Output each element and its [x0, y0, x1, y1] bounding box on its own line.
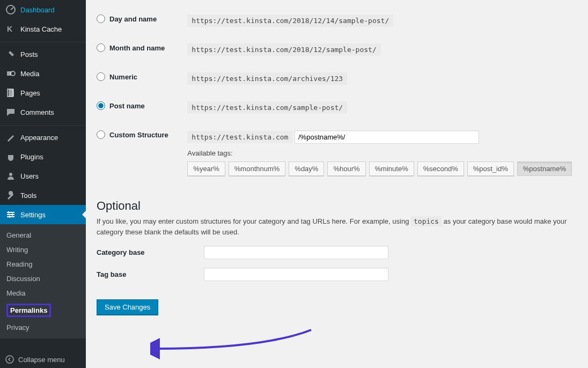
dashboard-icon [5, 4, 16, 15]
sidebar-item-dashboard[interactable]: Dashboard [0, 0, 86, 19]
svg-rect-11 [8, 211, 9, 214]
sidebar-item-label: Settings [20, 211, 46, 219]
available-tags: %year% %monthnum% %day% %hour% %minute% … [187, 161, 572, 176]
category-base-input[interactable] [204, 246, 388, 259]
radio-month-and-name[interactable]: Month and name [97, 43, 165, 52]
users-icon [5, 171, 16, 181]
sidebar-item-appearance[interactable]: Appearance [0, 125, 86, 147]
sidebar-item-label: Comments [20, 108, 54, 116]
tag-post-id[interactable]: %post_id% [467, 161, 514, 176]
permalink-example-post-name: https://test.kinsta.com/sample-post/ [187, 101, 347, 114]
collapse-menu-label: Collapse menu [18, 356, 65, 364]
comments-icon [5, 107, 16, 117]
settings-content: Day and name https://test.kinsta.com/201… [86, 0, 588, 368]
save-changes-button[interactable]: Save Changes [97, 299, 158, 315]
tag-base-label: Tag base [97, 270, 204, 278]
svg-rect-10 [7, 216, 14, 217]
tag-day[interactable]: %day% [289, 161, 324, 176]
svg-rect-13 [9, 216, 10, 218]
svg-point-14 [6, 356, 13, 363]
submenu-item-permalinks[interactable]: Permalinks [0, 300, 86, 320]
sidebar-item-media[interactable]: Media [0, 64, 86, 83]
admin-sidebar: Dashboard KKinsta Cache Posts Media Page… [0, 0, 86, 368]
sidebar-item-comments[interactable]: Comments [0, 102, 86, 122]
sidebar-item-label: Posts [20, 50, 38, 58]
sidebar-item-label: Pages [20, 89, 40, 97]
tag-year[interactable]: %year% [187, 161, 225, 176]
radio-custom-structure[interactable]: Custom Structure [97, 130, 168, 139]
sidebar-item-pages[interactable]: Pages [0, 83, 86, 102]
submenu-item-reading[interactable]: Reading [0, 257, 86, 271]
pin-icon [5, 49, 16, 60]
tools-icon [5, 190, 16, 201]
kinsta-icon: K [5, 24, 16, 34]
radio-day-and-name[interactable]: Day and name [97, 14, 157, 23]
permalink-example-numeric: https://test.kinsta.com/archives/123 [187, 72, 347, 85]
permalink-base-url: https://test.kinsta.com [187, 131, 292, 143]
sidebar-item-kinsta-cache[interactable]: KKinsta Cache [0, 19, 86, 39]
radio-post-name[interactable]: Post name [97, 101, 145, 110]
svg-text:K: K [7, 25, 12, 33]
optional-description: If you like, you may enter custom struct… [97, 216, 577, 237]
svg-point-4 [11, 71, 15, 76]
tag-minute[interactable]: %minute% [369, 161, 414, 176]
submenu-item-privacy[interactable]: Privacy [0, 320, 86, 335]
sidebar-item-tools[interactable]: Tools [0, 186, 86, 205]
tag-postname[interactable]: %postname% [517, 161, 572, 176]
collapse-icon [5, 355, 14, 364]
submenu-item-discussion[interactable]: Discussion [0, 271, 86, 286]
submenu-item-media[interactable]: Media [0, 286, 86, 300]
page-icon [5, 87, 16, 98]
sidebar-item-settings[interactable]: Settings [0, 205, 86, 224]
submenu-item-writing[interactable]: Writing [0, 242, 86, 257]
category-base-label: Category base [97, 248, 204, 256]
sidebar-item-users[interactable]: Users [0, 166, 86, 186]
sidebar-item-label: Users [20, 172, 39, 180]
optional-heading: Optional [97, 199, 577, 213]
sidebar-item-label: Dashboard [20, 6, 55, 14]
radio-numeric[interactable]: Numeric [97, 72, 137, 81]
sidebar-item-label: Tools [20, 192, 36, 200]
collapse-menu-button[interactable]: Collapse menu [0, 351, 86, 368]
plugin-icon [5, 151, 16, 162]
svg-rect-6 [9, 89, 14, 97]
settings-submenu: General Writing Reading Discussion Media… [0, 224, 86, 338]
brush-icon [5, 132, 16, 143]
sidebar-item-posts[interactable]: Posts [0, 42, 86, 64]
tag-hour[interactable]: %hour% [327, 161, 365, 176]
tag-second[interactable]: %second% [417, 161, 464, 176]
svg-line-1 [11, 8, 13, 10]
permalink-example-month-name: https://test.kinsta.com/2018/12/sample-p… [187, 43, 380, 56]
sidebar-item-label: Appearance [20, 134, 58, 142]
sidebar-item-label: Plugins [20, 153, 43, 161]
permalink-structure-table: Day and name https://test.kinsta.com/201… [97, 6, 577, 184]
available-tags-label: Available tags: [187, 149, 572, 157]
custom-structure-input[interactable] [295, 130, 479, 144]
sidebar-item-plugins[interactable]: Plugins [0, 147, 86, 166]
sidebar-item-label: Media [20, 70, 39, 78]
tag-monthnum[interactable]: %monthnum% [229, 161, 286, 176]
svg-rect-12 [12, 214, 13, 216]
svg-point-7 [9, 173, 12, 176]
permalink-example-day-name: https://test.kinsta.com/2018/12/14/sampl… [187, 14, 393, 27]
sidebar-item-label: Kinsta Cache [20, 25, 62, 33]
svg-rect-9 [7, 214, 14, 215]
tag-base-input[interactable] [204, 268, 388, 281]
submenu-item-general[interactable]: General [0, 228, 86, 242]
annotation-arrow [150, 322, 317, 359]
media-icon [5, 68, 16, 79]
settings-icon [5, 209, 16, 220]
